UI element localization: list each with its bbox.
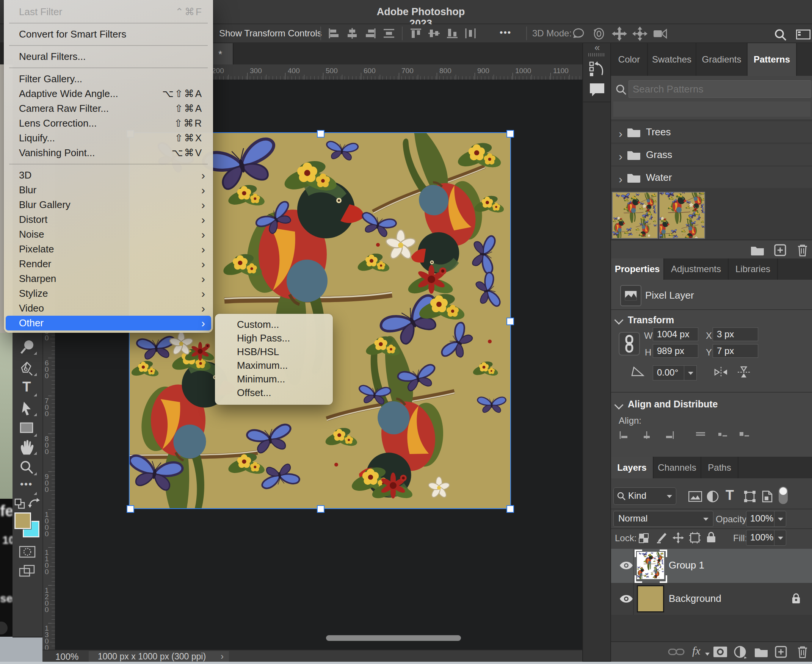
menu-item-sharpen[interactable]: Sharpen› xyxy=(6,271,211,286)
opacity-combo[interactable]: 100% xyxy=(746,511,786,527)
tab-properties[interactable]: Properties xyxy=(611,259,664,280)
edit-toolbar-button[interactable]: ••• xyxy=(20,480,36,495)
menu-item-video[interactable]: Video› xyxy=(6,301,211,316)
tab-patterns[interactable]: Patterns xyxy=(748,43,797,76)
menu-item-blur[interactable]: Blur› xyxy=(6,183,211,197)
align-right-icon[interactable] xyxy=(365,28,376,39)
chevron-right-icon[interactable]: › xyxy=(619,127,622,140)
link-dimensions-button[interactable] xyxy=(619,332,640,355)
document-info[interactable]: 1000 px x 1000 px (300 ppi) › xyxy=(89,651,229,662)
search-patterns-input[interactable] xyxy=(628,80,811,98)
link-icon[interactable] xyxy=(668,647,685,656)
pattern-folder-trees[interactable]: ›Trees xyxy=(611,121,812,143)
group-folder-icon[interactable] xyxy=(754,646,768,657)
eye-icon[interactable] xyxy=(620,561,633,570)
collapse-panels-icon[interactable]: « xyxy=(594,42,600,54)
menu-item-other[interactable]: Other› xyxy=(6,316,211,330)
submenu-item-custom[interactable]: Custom... xyxy=(215,317,333,331)
more-options[interactable]: ••• xyxy=(500,27,511,38)
submenu-item-high-pass[interactable]: High Pass... xyxy=(215,331,333,345)
submenu-item-minimum[interactable]: Minimum... xyxy=(215,372,333,386)
submenu-item-maximum[interactable]: Maximum... xyxy=(215,358,333,372)
blend-mode-combo[interactable]: Normal xyxy=(613,511,713,527)
new-pattern-icon[interactable] xyxy=(774,244,786,256)
transform-handle[interactable] xyxy=(506,130,514,138)
type-filter-icon[interactable]: T xyxy=(726,487,734,503)
quick-mask-icon[interactable] xyxy=(19,546,36,558)
pattern-folder-grass[interactable]: ›Grass xyxy=(611,144,812,165)
menu-item-vanishing-point[interactable]: Vanishing Point...⌥⌘V xyxy=(6,145,211,160)
transform-handle[interactable] xyxy=(506,317,514,325)
x-field[interactable]: 3 px xyxy=(713,327,758,341)
comment-icon[interactable] xyxy=(588,81,606,97)
zoom-level[interactable]: 100% xyxy=(55,651,78,662)
flip-vertical-icon[interactable] xyxy=(738,366,750,378)
width-field[interactable]: 1004 px xyxy=(653,327,698,341)
menu-item-blur-gallery[interactable]: Blur Gallery› xyxy=(6,197,211,212)
submenu-item-offset[interactable]: Offset... xyxy=(215,386,333,399)
transform-handle[interactable] xyxy=(506,505,514,513)
chevron-right-icon[interactable]: › xyxy=(619,173,622,186)
menu-item-lens-correction[interactable]: Lens Correction...⇧⌘R xyxy=(6,116,211,131)
lock-transparency-icon[interactable] xyxy=(638,533,649,544)
height-field[interactable]: 989 px xyxy=(653,344,698,358)
align-left-icon[interactable] xyxy=(620,431,630,439)
mask-icon[interactable] xyxy=(713,646,728,658)
align-h-lines-icon[interactable] xyxy=(383,28,395,39)
transform-section-title[interactable]: Transform xyxy=(628,314,674,325)
pattern-thumbnail[interactable] xyxy=(659,192,705,239)
fx-icon[interactable]: fx xyxy=(692,644,701,657)
pen-tool[interactable] xyxy=(20,361,36,376)
menu-item-render[interactable]: Render› xyxy=(6,257,211,271)
pan-3d-icon[interactable] xyxy=(612,26,627,41)
lock-pixels-icon[interactable] xyxy=(656,532,667,544)
menu-item-neural-filters[interactable]: Neural Filters... xyxy=(6,49,211,64)
swap-colors-icon[interactable] xyxy=(28,497,41,509)
transform-handle[interactable] xyxy=(317,505,324,513)
image-filter-icon[interactable] xyxy=(688,491,702,502)
layer-filter-combo[interactable]: Kind xyxy=(613,487,676,505)
transform-handle[interactable] xyxy=(317,130,324,138)
path-select-tool[interactable] xyxy=(20,401,36,416)
dodge-tool[interactable] xyxy=(20,340,36,355)
align-left-icon[interactable] xyxy=(328,28,340,39)
submenu-item-hsb-hsl[interactable]: HSB/HSL xyxy=(215,345,333,358)
menu-item-liquify[interactable]: Liquify...⇧⌘X xyxy=(6,131,211,145)
distribute-icon[interactable] xyxy=(465,28,476,39)
fill-combo[interactable]: 100% xyxy=(746,530,786,546)
align-top-icon[interactable] xyxy=(695,431,706,439)
tab-libraries[interactable]: Libraries xyxy=(729,259,778,280)
menu-item-filter-gallery[interactable]: Filter Gallery... xyxy=(6,72,211,86)
menu-item-camera-raw-filter[interactable]: Camera Raw Filter...⇧⌘A xyxy=(6,101,211,116)
slide-3d-icon[interactable] xyxy=(632,26,648,41)
type-tool[interactable]: T xyxy=(20,381,36,396)
adjustment-filter-icon[interactable] xyxy=(706,490,719,503)
pattern-thumbnail[interactable] xyxy=(612,192,658,239)
lock-all-icon[interactable] xyxy=(706,531,716,544)
tab-layers[interactable]: Layers xyxy=(611,457,654,478)
layer-row-selected[interactable]: Group 1 xyxy=(611,549,812,583)
chevron-down-icon[interactable] xyxy=(614,315,623,324)
tab-color[interactable]: Color xyxy=(611,43,648,76)
smartobject-filter-icon[interactable] xyxy=(762,490,773,503)
layer-thumbnail[interactable] xyxy=(637,585,664,612)
y-field[interactable]: 7 px xyxy=(713,344,758,358)
lock-artboard-icon[interactable] xyxy=(689,532,701,544)
workspace-icon[interactable] xyxy=(796,29,810,39)
layer-name[interactable]: Background xyxy=(669,593,721,604)
menu-item-3d[interactable]: 3D› xyxy=(6,168,211,183)
horizontal-scrollbar[interactable] xyxy=(326,635,461,641)
align-center-h-icon[interactable] xyxy=(347,28,358,39)
pattern-folder-water[interactable]: ›Water xyxy=(611,167,812,188)
menu-item-convert-for-smart-filters[interactable]: Convert for Smart Filters xyxy=(6,27,211,42)
menu-item-stylize[interactable]: Stylize› xyxy=(6,286,211,301)
screen-mode-icon[interactable] xyxy=(19,565,36,578)
camera-3d-icon[interactable] xyxy=(653,28,669,39)
show-transform-controls-label[interactable]: Show Transform Controls xyxy=(219,28,322,39)
folder-icon[interactable] xyxy=(750,245,764,256)
collapsed-panel-icon[interactable] xyxy=(588,61,606,77)
layer-row[interactable]: Background xyxy=(611,583,812,615)
menu-item-adaptive-wide-angle[interactable]: Adaptive Wide Angle...⌥⇧⌘A xyxy=(6,86,211,101)
trash-icon[interactable] xyxy=(797,243,808,257)
tab-paths[interactable]: Paths xyxy=(701,457,739,478)
